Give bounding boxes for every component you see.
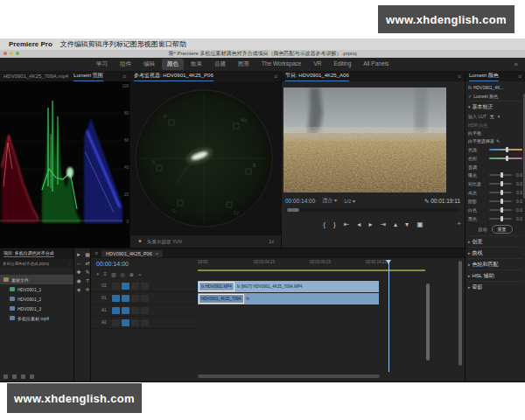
track-solo-button[interactable] [141,307,149,314]
workspace-tab[interactable]: 组件 [115,59,136,70]
transport-button[interactable]: ▣ [416,220,424,228]
tool-button[interactable]: ✚ [75,269,82,276]
tool-button[interactable]: ⇄ [84,260,90,267]
workspace-tab[interactable]: 图形 [233,59,255,70]
workspace-tab[interactable]: All Panels [358,59,394,70]
workspace-tab[interactable]: VR [308,59,326,70]
eyedropper-icon[interactable]: ✎ [496,138,500,144]
menu-item[interactable]: 编辑 [74,40,88,48]
workspace-tab[interactable]: 音频 [209,59,231,70]
transport-button[interactable]: { [323,220,326,228]
sequence-tab[interactable]: HDV0901_4K25_P06 × [102,250,163,257]
workspace-tab[interactable]: 效果 [186,59,207,70]
tool-button[interactable]: ▦ [84,251,90,258]
lumetri-section-header[interactable]: ▸ 晕影 [468,281,522,292]
track-scrollbar[interactable] [426,284,430,360]
wb-selector-row[interactable]: 白平衡选择器 ✎ [468,136,522,145]
lumetri-section-header[interactable]: ▸ 色轮和匹配 [468,258,522,270]
track-visibility-button[interactable] [141,295,149,302]
temperature-slider-row[interactable]: 色温 [468,145,522,154]
menu-item[interactable]: 视图 [144,40,158,48]
panel-menu-icon[interactable]: ≡ [274,74,277,80]
menu-item[interactable]: 文件 [60,40,74,48]
track-solo-button[interactable] [141,319,149,326]
transport-button[interactable]: ◂ [357,220,360,228]
menu-item[interactable]: 序列 [102,40,116,48]
button-editor-icon[interactable]: + [457,220,461,228]
panel-menu-icon[interactable]: ≡ [122,74,126,80]
source-patch-button[interactable] [112,319,120,326]
work-area-bar[interactable] [198,270,425,271]
tone-slider[interactable] [489,200,512,202]
hdr-white-row[interactable]: HDR 白色 [468,121,522,129]
input-lut-row[interactable]: 输入 LUT 无 ▾ [468,112,522,121]
lumetri-effect-row[interactable]: ✓ Lumetri 颜色 [468,92,522,101]
scope-zoom-level[interactable]: 1x [269,239,274,244]
track-target-button[interactable] [122,283,130,290]
timeline-tool-icon[interactable]: ⊕ [130,271,134,277]
temperature-slider[interactable] [489,149,522,150]
track-target-button[interactable] [122,307,130,314]
track-lock-button[interactable] [131,295,139,302]
lumetri-section-header[interactable]: ▸ 创意 [468,235,522,247]
source-patch-button[interactable] [112,307,120,314]
track-target-button[interactable] [122,295,130,302]
timeline-horizontal-scrollbar[interactable] [198,374,380,378]
program-timecode[interactable]: 00:00:14:00 [285,198,315,204]
project-footer-icons[interactable] [4,374,34,379]
tone-slider[interactable] [489,174,512,176]
tab-source-clip[interactable]: HDV0901_4K25_709A.mp4 [4,74,68,79]
project-item[interactable]: HDV0901_3 [0,304,74,313]
tool-button[interactable]: ◈ [75,286,82,293]
menu-item[interactable]: 剪辑 [88,40,102,48]
timeline-vertical-scrollbar[interactable] [458,261,462,366]
transport-button[interactable]: } [333,220,336,228]
panel-menu-icon[interactable]: ≡ [94,250,98,256]
tool-button[interactable]: T [84,277,90,284]
tint-slider[interactable] [489,158,522,159]
tool-button[interactable]: ✎ [84,269,90,276]
scope-type-label[interactable]: 矢量示波器 YUV [147,239,182,245]
traffic-lights[interactable] [4,52,19,55]
tint-slider-row[interactable]: 色彩 [468,154,522,163]
timeline-clip-v1[interactable]: HDV0901_4K25_709A fx [198,293,379,304]
transport-button[interactable]: ▴ [394,220,397,228]
timeline-tool-icon[interactable]: ≡ [103,271,107,277]
tool-button[interactable]: ✛ [84,286,90,293]
tone-slider-row[interactable]: 黑色 0.0 [468,214,522,223]
tab-lumetri-color[interactable]: Lumetri 颜色 [469,72,499,81]
timeline-tool-icon[interactable]: ◎ [121,271,125,277]
transport-button[interactable]: ⇤ [344,220,350,228]
auto-button[interactable]: 自动 [479,227,487,232]
source-patch-button[interactable] [112,295,120,302]
seek-thumb[interactable] [287,208,299,212]
timeline-tool-icon[interactable]: ⌁ [138,271,142,277]
lumetri-section-header[interactable]: ▸ 曲线 [468,247,522,258]
search-icon[interactable]: ○ [68,261,71,266]
timeline-tool-icon[interactable]: ▥ [111,271,116,277]
project-item[interactable]: HDV0901_1 [0,284,74,294]
menu-item[interactable]: 窗口 [158,40,172,48]
settings-icon[interactable]: ✦ [137,238,143,245]
playhead[interactable] [388,260,389,372]
workspace-tab[interactable]: 学习 [91,59,113,70]
workspace-tab[interactable]: Editing [328,59,356,70]
menu-item[interactable]: 图形 [130,40,144,48]
tone-slider[interactable] [489,183,512,185]
menu-item[interactable]: 帮助 [172,40,186,48]
tab-lumetri-scopes[interactable]: Lumetri 范围 [74,72,103,81]
project-item[interactable]: 多机位素材.mp4 [0,313,74,323]
project-item[interactable]: HDV0901_2 [0,294,74,304]
tool-button[interactable]: ◉ [75,277,82,284]
section-basic-correction[interactable]: ▾ 基本校正 [468,101,522,112]
transport-button[interactable]: ▾ [405,220,409,228]
close-icon[interactable]: × [156,251,158,256]
app-menu[interactable]: Premiere Pro [9,40,52,48]
track-mute-button[interactable] [131,319,139,326]
timeline-timecode[interactable]: 00:00:14:00 [96,261,129,267]
project-item[interactable]: 素材文件 [0,275,74,284]
tone-slider-row[interactable]: 高光 0.0 [468,188,522,197]
tool-button[interactable]: ↔ [75,260,82,267]
workspace-tab[interactable]: The Workspace [256,59,306,70]
tab-reference-monitor[interactable]: 参考监视器: HDV0901_4K25_P06 [134,72,214,81]
